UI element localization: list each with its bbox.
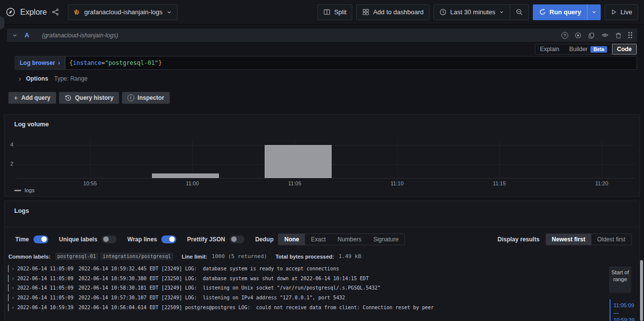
query-datasource-hint: (grafanacloud-ishanjain-logs) (42, 32, 118, 39)
run-query-button[interactable]: Run query (533, 4, 587, 20)
tab-explain[interactable]: Explain (535, 44, 564, 55)
datasource-picker[interactable]: grafanacloud-ishanjain-logs (68, 4, 178, 20)
x-axis-label: 10:55 (78, 180, 102, 186)
add-to-dashboard-button[interactable]: Add to dashboard (356, 4, 429, 20)
x-gridline (192, 139, 193, 178)
live-label: Live (620, 8, 632, 16)
common-labels-chips: postgresql-01integrations/postgresql (55, 253, 174, 260)
editor-mode-tabs: Explain BuilderBeta Code (7, 44, 637, 55)
query-editor: A (grafanacloud-ishanjain-logs) ? Explai… (7, 29, 637, 104)
inspector-button[interactable]: i Inspector (122, 92, 170, 104)
share-icon[interactable] (52, 8, 59, 16)
time-toggle[interactable] (33, 235, 48, 243)
log-volume-bar[interactable] (265, 145, 332, 178)
x-gridline (90, 139, 91, 178)
eye-icon[interactable] (601, 31, 609, 39)
time-control: Time (15, 235, 48, 243)
range-start-time: 11:05:09 (613, 302, 635, 308)
sidebar-expand-handle[interactable] (0, 16, 4, 29)
run-query-dropdown[interactable] (587, 4, 601, 20)
record-circle-icon[interactable] (575, 32, 582, 39)
dedup-numbers[interactable]: Numbers (332, 234, 368, 245)
log-browser-button[interactable]: Log browser › (15, 56, 65, 70)
live-button[interactable]: Live (605, 4, 638, 20)
unique-labels-toggle[interactable] (102, 235, 117, 243)
split-button[interactable]: Split (317, 4, 352, 20)
dedup-none[interactable]: None (278, 234, 305, 245)
run-query-label: Run query (550, 8, 581, 16)
prettify-json-toggle[interactable] (230, 235, 245, 243)
chart-legend[interactable]: logs (14, 187, 34, 193)
query-options-toggle[interactable]: › Options Type: Range (7, 73, 637, 85)
time-range-picker[interactable]: Last 30 minutes (433, 4, 510, 20)
log-row[interactable]: ›2022-06-14 11:05:092022-06-14 10:59:32.… (8, 264, 598, 274)
drag-handle-icon[interactable] (628, 32, 632, 38)
display-results-control: Display results Newest firstOldest first (497, 233, 632, 245)
log-row[interactable]: ›2022-06-14 11:05:092022-06-14 10:58:30.… (8, 283, 598, 293)
zoom-out-time-button[interactable] (510, 4, 529, 20)
x-axis-line (16, 178, 634, 178)
datasource-name: grafanacloud-ishanjain-logs (84, 8, 162, 16)
log-range-rail[interactable]: 11:05:09 — 10:59:39 (610, 299, 635, 321)
expand-row-icon[interactable]: › (11, 304, 17, 311)
log-volume-chart: 4210:5511:0011:0511:1011:1511:20 (4, 115, 640, 196)
query-history-button[interactable]: Query history (59, 92, 119, 104)
x-axis-label: 11:10 (385, 180, 409, 186)
collapse-chevron-icon[interactable] (12, 32, 18, 38)
log-message: 2022-06-14 10:58:30.181 EDT [23249] LOG:… (78, 285, 380, 291)
common-label-chip: integrations/postgresql (100, 253, 173, 260)
beta-badge: Beta (590, 46, 607, 53)
explain-label: Explain (540, 46, 559, 53)
log-volume-bar[interactable] (152, 174, 219, 178)
log-level-bar (8, 294, 9, 301)
log-time: 2022-06-14 11:05:09 (17, 295, 73, 300)
tab-builder[interactable]: BuilderBeta (564, 44, 612, 55)
expand-row-icon[interactable]: › (11, 285, 17, 291)
angle-right-icon: › (58, 59, 60, 66)
clock-icon (439, 8, 447, 16)
scrollbar-thumb[interactable] (640, 260, 643, 321)
add-query-button[interactable]: + Add query (8, 92, 56, 104)
add-to-dashboard-label: Add to dashboard (373, 8, 424, 16)
log-time: 2022-06-14 11:05:09 (17, 276, 73, 281)
display-oldest-first[interactable]: Oldest first (591, 234, 631, 245)
builder-label: Builder (569, 46, 587, 53)
chevron-down-icon (499, 9, 504, 15)
dedup-exact[interactable]: Exact (305, 234, 332, 245)
x-axis-label: 11:15 (488, 180, 511, 186)
log-message: 2022-06-14 10:59:32.445 EDT [23249] LOG:… (78, 266, 339, 271)
legend-swatch (14, 190, 21, 191)
log-row[interactable]: ›2022-06-14 11:05:092022-06-14 10:59:30.… (8, 274, 598, 284)
log-row[interactable]: ›2022-06-14 11:05:092022-06-14 10:57:30.… (8, 293, 598, 303)
chevron-down-icon (166, 9, 172, 15)
line-limit-value: 1000 (5 returned) (212, 253, 267, 260)
expand-row-icon[interactable]: › (11, 294, 17, 301)
log-level-bar (8, 304, 9, 311)
y-axis-label: 4 (4, 142, 13, 147)
play-icon (611, 9, 617, 15)
help-icon[interactable]: ? (561, 32, 568, 39)
tab-code[interactable]: Code (612, 44, 637, 55)
display-results-label: Display results (497, 236, 539, 243)
expand-row-icon[interactable]: › (11, 265, 17, 272)
duplicate-query-icon[interactable] (588, 32, 595, 39)
wrap-lines-control: Wrap lines (127, 235, 176, 243)
log-row[interactable]: ›2022-06-14 10:59:392022-06-14 10:56:04.… (8, 302, 598, 312)
options-summary: Type: Range (54, 75, 88, 82)
expand-row-icon[interactable]: › (11, 275, 17, 282)
plus-icon: + (14, 94, 18, 102)
trash-icon[interactable] (615, 32, 622, 39)
query-actions: + Add query Query history i Inspector (8, 92, 637, 104)
history-icon (64, 94, 72, 102)
dedup-control: Dedup NoneExactNumbersSignature (255, 233, 405, 245)
query-expression-input[interactable]: {instance="postgresql-01"} (65, 56, 637, 70)
prettify-json-control: Prettify JSON (187, 235, 244, 243)
common-label-chip: postgresql-01 (55, 253, 98, 260)
sync-icon (539, 8, 546, 16)
query-row-header[interactable]: A (grafanacloud-ishanjain-logs) ? (7, 29, 637, 42)
display-newest-first[interactable]: Newest first (546, 234, 591, 245)
wrap-lines-toggle[interactable] (161, 235, 176, 243)
start-of-range-button[interactable]: Start of range (609, 266, 631, 293)
log-level-bar (8, 284, 9, 292)
dedup-signature[interactable]: Signature (368, 234, 404, 245)
